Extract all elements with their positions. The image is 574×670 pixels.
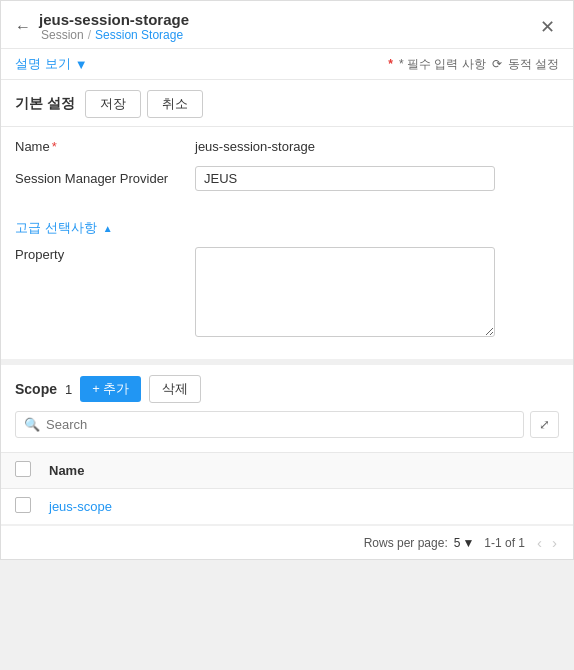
search-bar: 🔍 <box>15 411 524 438</box>
row-checkbox-col <box>15 497 39 516</box>
scope-count: 1 <box>65 382 72 397</box>
session-manager-label: Session Manager Provider <box>15 171 195 186</box>
per-page-select[interactable]: 5 ▼ <box>454 536 475 550</box>
save-button[interactable]: 저장 <box>85 90 141 118</box>
row-checkbox[interactable] <box>15 497 31 513</box>
required-label: * 필수 입력 사항 <box>399 56 486 73</box>
breadcrumb: Session / Session Storage <box>41 28 189 42</box>
breadcrumb-parent: Session <box>41 28 84 42</box>
name-row: Name* jeus-session-storage <box>15 139 559 154</box>
toolbar-right: * * 필수 입력 사항 ⟳ 동적 설정 <box>388 56 559 73</box>
search-input[interactable] <box>46 417 515 432</box>
form-section: Name* jeus-session-storage Session Manag… <box>1 127 573 215</box>
external-link-button[interactable]: ⤢ <box>530 411 559 438</box>
scope-name-link[interactable]: jeus-scope <box>49 499 112 514</box>
page-info: 1-1 of 1 <box>484 536 525 550</box>
select-all-checkbox[interactable] <box>15 461 31 477</box>
name-value: jeus-session-storage <box>195 139 315 154</box>
scope-section: Scope 1 + 추가 삭제 🔍 ⤢ <box>1 365 573 444</box>
session-manager-row: Session Manager Provider <box>15 166 559 191</box>
prev-page-button[interactable]: ‹ <box>535 534 544 551</box>
property-row: Property <box>15 247 559 347</box>
description-label: 설명 보기 <box>15 55 71 73</box>
per-page-value: 5 <box>454 536 461 550</box>
property-textarea[interactable] <box>195 247 495 337</box>
property-label: Property <box>15 247 195 262</box>
page-title: jeus-session-storage <box>39 11 189 28</box>
breadcrumb-current[interactable]: Session Storage <box>95 28 183 42</box>
table-header: Name <box>1 453 573 489</box>
scope-table: Name jeus-scope <box>1 452 573 525</box>
title-block: jeus-session-storage Session / Session S… <box>39 11 189 42</box>
name-column-header: Name <box>49 463 84 478</box>
action-bar: 기본 설정 저장 취소 <box>1 80 573 127</box>
chevron-up-icon: ▲ <box>103 223 113 234</box>
add-scope-button[interactable]: + 추가 <box>80 376 141 402</box>
pagination: Rows per page: 5 ▼ 1-1 of 1 ‹ › <box>1 525 573 559</box>
close-button[interactable]: ✕ <box>536 14 559 40</box>
tab-label: 기본 설정 <box>15 95 75 113</box>
header: ← jeus-session-storage Session / Session… <box>1 1 573 49</box>
scope-label: Scope <box>15 381 57 397</box>
name-label: Name* <box>15 139 195 154</box>
rows-per-page-label: Rows per page: <box>364 536 448 550</box>
chevron-down-icon: ▼ <box>462 536 474 550</box>
toolbar: 설명 보기 ▼ * * 필수 입력 사항 ⟳ 동적 설정 <box>1 49 573 80</box>
description-toggle[interactable]: 설명 보기 ▼ <box>15 55 88 73</box>
dynamic-label: 동적 설정 <box>508 56 559 73</box>
header-left: ← jeus-session-storage Session / Session… <box>15 11 189 42</box>
chevron-down-icon: ▼ <box>75 57 88 72</box>
header-checkbox-col <box>15 461 39 480</box>
scope-header: Scope 1 + 추가 삭제 <box>15 375 559 403</box>
breadcrumb-separator: / <box>88 28 91 42</box>
search-icon: 🔍 <box>24 417 40 432</box>
cancel-button[interactable]: 취소 <box>147 90 203 118</box>
back-button[interactable]: ← <box>15 19 31 35</box>
next-page-button[interactable]: › <box>550 534 559 551</box>
search-row: 🔍 ⤢ <box>15 411 559 438</box>
session-manager-input[interactable] <box>195 166 495 191</box>
advanced-toggle[interactable]: 고급 선택사항 ▲ <box>15 219 559 237</box>
table-row: jeus-scope <box>1 489 573 525</box>
advanced-label: 고급 선택사항 <box>15 219 97 237</box>
advanced-section: 고급 선택사항 ▲ Property <box>1 215 573 347</box>
required-star-icon: * <box>388 57 393 71</box>
dynamic-icon: ⟳ <box>492 57 502 71</box>
delete-scope-button[interactable]: 삭제 <box>149 375 201 403</box>
